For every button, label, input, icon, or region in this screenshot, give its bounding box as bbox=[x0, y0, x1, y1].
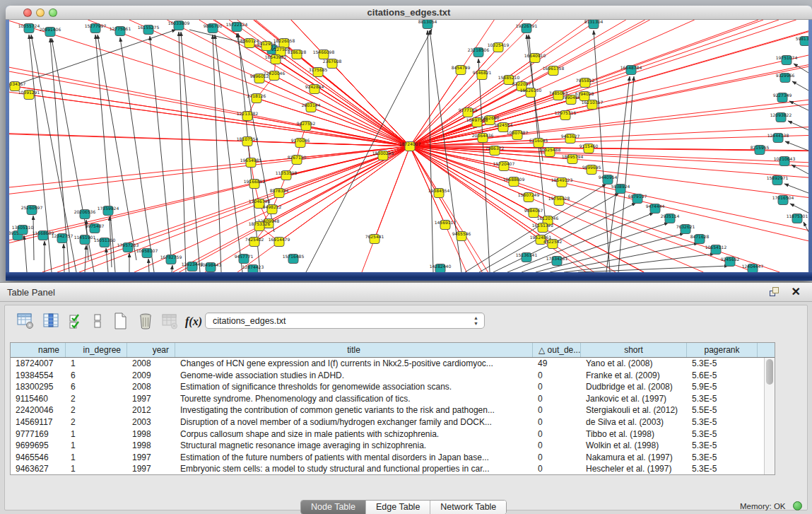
graph-node-label: 18226058 bbox=[273, 38, 295, 43]
table-select-dropdown[interactable]: citations_edges.txt ▲▼ bbox=[205, 313, 485, 329]
import-table-icon[interactable] bbox=[159, 311, 180, 332]
graph-node-label: 15720407 bbox=[493, 161, 515, 166]
column-header-title[interactable]: title bbox=[175, 343, 533, 357]
tab-network-table[interactable]: Network Table bbox=[430, 501, 506, 514]
graph-node-label: 16120746 bbox=[537, 216, 559, 221]
graph-node-label: 9457771 bbox=[235, 254, 254, 259]
graph-node-label: 16543982 bbox=[265, 54, 287, 59]
table-cell: 1 bbox=[66, 463, 127, 474]
table-settings-icon[interactable] bbox=[15, 311, 36, 332]
table-cell: 9777169 bbox=[11, 428, 66, 440]
column-header-out_de[interactable]: △ out_de... bbox=[533, 343, 581, 357]
table-cell: 9699695 bbox=[11, 440, 66, 452]
graph-node-label: 8131304 bbox=[584, 20, 604, 24]
column-header-short[interactable]: short bbox=[581, 343, 687, 357]
graph-node-label: 7625441 bbox=[365, 234, 384, 239]
graph-node-label: 9777169 bbox=[459, 107, 478, 112]
citation-network-graph[interactable]: 1872400718300295103557242089140615277997… bbox=[9, 20, 808, 272]
new-document-icon[interactable] bbox=[110, 311, 131, 332]
table-row[interactable]: 977716911998Corpus callosum shape and si… bbox=[11, 428, 764, 440]
memory-status-indicator[interactable] bbox=[793, 501, 802, 510]
graph-node-label: 16155275 bbox=[138, 25, 160, 30]
graph-node-label: 2803144 bbox=[302, 103, 321, 107]
table-cell: 2 bbox=[66, 416, 127, 428]
table-cell: Disruption of a novel member of a sodium… bbox=[175, 416, 533, 428]
graph-node-label: 17046798 bbox=[249, 199, 271, 204]
graph-node-label: 8878334 bbox=[270, 188, 289, 193]
graph-node-label: 17359924 bbox=[98, 206, 119, 211]
graph-node-label: 12213382 bbox=[237, 111, 259, 116]
graph-node-label: 20206536 bbox=[74, 209, 96, 214]
table-row[interactable]: 946362711997Embryonic stem cells: a mode… bbox=[11, 463, 764, 474]
network-window: citations_edges.txt 18724007183002951035… bbox=[6, 6, 812, 281]
status-bar: Memory: OK bbox=[740, 499, 802, 510]
tab-edge-table[interactable]: Edge Table bbox=[366, 501, 430, 514]
graph-node-label: 16914479 bbox=[269, 237, 290, 242]
graph-node-label: 3624554 bbox=[494, 122, 513, 127]
network-canvas[interactable]: 1872400718300295103557242089140615277997… bbox=[9, 20, 808, 272]
table-cell: 18724007 bbox=[11, 358, 66, 370]
table-row[interactable]: 2242004622012Investigating the contribut… bbox=[11, 404, 764, 416]
graph-node-label: 15136141 bbox=[516, 252, 538, 257]
graph-node-label: 17957253 bbox=[117, 243, 139, 247]
column-header-pagerank[interactable]: pagerank bbox=[687, 343, 758, 357]
graph-node-label: 6216045 bbox=[529, 138, 548, 143]
graph-node-label: 19166852 bbox=[244, 179, 266, 184]
graph-node-label: 15722124 bbox=[226, 22, 248, 27]
graph-node-label: 10025488 bbox=[539, 147, 561, 152]
graph-node-label: 10391291 bbox=[18, 90, 40, 95]
float-panel-icon[interactable] bbox=[769, 286, 781, 298]
graph-node-label: 9329966 bbox=[776, 73, 795, 78]
table-row[interactable]: 969969511998Structural magnetic resonanc… bbox=[11, 440, 764, 452]
table-vertical-scrollbar[interactable] bbox=[764, 358, 775, 474]
table-cell: 2 bbox=[66, 404, 127, 416]
column-header-in_degree[interactable]: in_degree bbox=[66, 343, 127, 357]
table-cell: 14569117 bbox=[11, 416, 66, 428]
table-row[interactable]: 1456911722003Disruption of a novel membe… bbox=[11, 416, 764, 428]
scrollbar-thumb[interactable] bbox=[766, 359, 773, 385]
graph-node-label: 10210643 bbox=[774, 156, 796, 161]
table-column-icon[interactable] bbox=[40, 311, 61, 332]
graph-node-label: 7425402 bbox=[245, 237, 264, 242]
table-cell: Hescheler et al. (1997) bbox=[581, 463, 687, 474]
dropdown-stepper-icon: ▲▼ bbox=[473, 315, 478, 327]
graph-node-label: 9465546 bbox=[452, 231, 471, 236]
row-height-icon[interactable] bbox=[87, 311, 108, 332]
table-row[interactable]: 1938455462009Genome-wide association stu… bbox=[11, 370, 764, 382]
graph-node-label: 20364436 bbox=[472, 133, 494, 138]
table-cell: Investigating the contribution of common… bbox=[175, 404, 533, 416]
delete-trash-icon[interactable] bbox=[135, 311, 156, 332]
graph-node-label: 9975487 bbox=[86, 223, 105, 228]
table-cell: Wolkin et al. (1998) bbox=[581, 440, 687, 452]
table-cell: 5.3E-5 bbox=[687, 440, 758, 452]
graph-node-label: 2718126 bbox=[247, 93, 266, 98]
column-header-name[interactable]: name bbox=[11, 343, 66, 357]
graph-node-label: 19756928 bbox=[548, 196, 570, 201]
graph-node-label: 9084067 bbox=[524, 208, 543, 213]
graph-node-label: 9242844 bbox=[305, 84, 324, 89]
graph-node-label: 19384554 bbox=[428, 188, 450, 193]
graph-node-label: 10958107 bbox=[136, 248, 158, 253]
table-row[interactable]: 1872400712008Changes of HCN gene express… bbox=[11, 358, 764, 370]
tab-node-table[interactable]: Node Table bbox=[301, 501, 366, 514]
table-cell: 1 bbox=[66, 428, 127, 440]
table-cell: Jankovic et al. (1997) bbox=[581, 393, 687, 405]
table-row[interactable]: 946554611997Estimation of the future num… bbox=[11, 452, 764, 464]
table-cell: 1997 bbox=[127, 393, 175, 405]
column-header-year[interactable]: year bbox=[127, 343, 175, 357]
graph-node-label: 9474444 bbox=[646, 204, 665, 209]
graph-node-label: 20891406 bbox=[40, 27, 61, 32]
function-builder-icon[interactable]: f(x) bbox=[183, 311, 204, 332]
table-cell: 1998 bbox=[127, 440, 175, 452]
table-row[interactable]: 911546021997Tourette syndrome. Phenomeno… bbox=[11, 393, 764, 405]
network-window-titlebar[interactable]: citations_edges.txt bbox=[6, 6, 812, 20]
close-panel-icon[interactable]: ✕ bbox=[792, 285, 801, 298]
graph-node-label: 12404447 bbox=[742, 264, 764, 269]
graph-node-label: 11875301 bbox=[787, 214, 808, 218]
graph-node-label: 16210757 bbox=[582, 100, 604, 105]
table-cell: 2003 bbox=[127, 416, 175, 428]
graph-node-label: 18107554 bbox=[237, 136, 259, 141]
graph-node-label: 8267130 bbox=[288, 155, 307, 160]
table-row[interactable]: 1830029562008Estimation of significance … bbox=[11, 381, 764, 393]
select-rows-icon[interactable] bbox=[66, 311, 87, 332]
